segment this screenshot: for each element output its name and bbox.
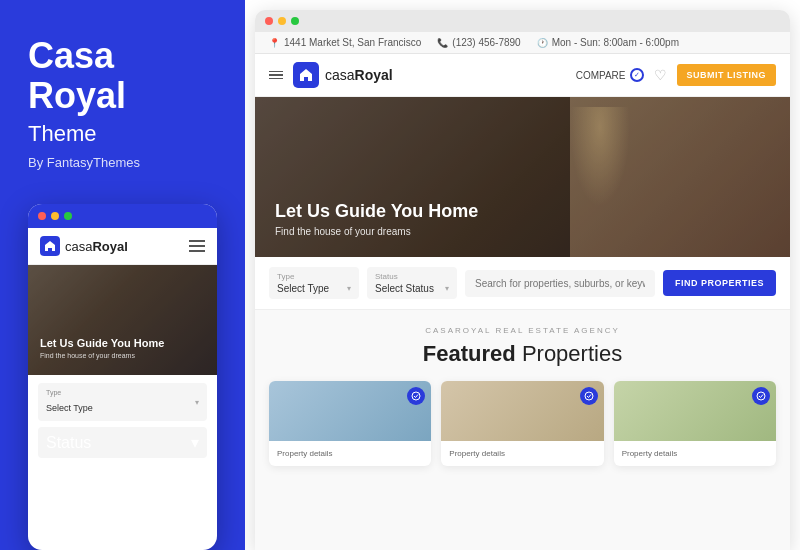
desktop-dot-green <box>291 17 299 25</box>
status-dropdown-arrow-icon: ▾ <box>445 284 449 293</box>
right-panel: 📍 1441 Market St, San Francisco 📞 (123) … <box>245 0 800 550</box>
agency-label: CASAROYAL REAL ESTATE AGENCY <box>425 326 620 335</box>
mobile-hamburger-icon[interactable] <box>189 240 205 252</box>
mobile-hero: Let Us Guide You Home Find the house of … <box>28 265 217 375</box>
desktop-mockup: 📍 1441 Market St, San Francisco 📞 (123) … <box>255 10 790 550</box>
hero-content: Let Us Guide You Home Find the house of … <box>275 201 478 237</box>
brand-title: Casa Royal <box>28 36 217 115</box>
compare-button[interactable]: COMPARE ✓ <box>576 68 644 82</box>
nav-right: COMPARE ✓ ♡ SUBMIT LISTING <box>576 64 776 86</box>
property-badge-3 <box>752 387 770 405</box>
featured-section: CASAROYAL REAL ESTATE AGENCY Featured Pr… <box>255 310 790 550</box>
mobile-nav: casaRoyal <box>28 228 217 265</box>
desktop-logo-icon <box>293 62 319 88</box>
property-badge-1 <box>407 387 425 405</box>
desktop-topbar: 📍 1441 Market St, San Francisco 📞 (123) … <box>255 32 790 54</box>
mobile-status-arrow-icon: ▾ <box>191 433 199 452</box>
property-card-2[interactable]: Property details <box>441 381 603 466</box>
desktop-search-bar: Type Select Type ▾ Status Select Status … <box>255 257 790 310</box>
property-badge-2 <box>580 387 598 405</box>
mobile-type-field[interactable]: Type Select Type ▾ <box>38 383 207 421</box>
compare-check-icon: ✓ <box>630 68 644 82</box>
desktop-dot-red <box>265 17 273 25</box>
mobile-logo-icon <box>40 236 60 256</box>
property-info-2: Property details <box>441 441 603 466</box>
status-dropdown[interactable]: Status Select Status ▾ <box>367 267 457 299</box>
find-properties-button[interactable]: FIND PROPERTIES <box>663 270 776 296</box>
desktop-titlebar <box>255 10 790 32</box>
desktop-nav: casaRoyal COMPARE ✓ ♡ SUBMIT LISTING <box>255 54 790 97</box>
property-card-1[interactable]: Property details <box>269 381 431 466</box>
desktop-logo: casaRoyal <box>293 62 393 88</box>
svg-point-2 <box>757 392 765 400</box>
mobile-search-bar: Type Select Type ▾ Status ▾ <box>28 375 217 466</box>
desktop-hero: Let Us Guide You Home Find the house of … <box>255 97 790 257</box>
mobile-logo-text: casaRoyal <box>65 239 128 254</box>
topbar-address: 📍 1441 Market St, San Francisco <box>269 37 421 48</box>
type-dropdown[interactable]: Type Select Type ▾ <box>269 267 359 299</box>
mobile-type-arrow-icon: ▾ <box>195 398 199 407</box>
mobile-mockup: casaRoyal Let Us Guide You Home Find the… <box>28 204 217 550</box>
mobile-hero-text: Let Us Guide You Home Find the house of … <box>40 336 164 359</box>
mobile-logo: casaRoyal <box>40 236 128 256</box>
featured-title: Featured Properties <box>423 341 622 367</box>
desktop-dot-yellow <box>278 17 286 25</box>
property-card-3[interactable]: Property details <box>614 381 776 466</box>
svg-point-1 <box>585 392 593 400</box>
brand-subtitle: Theme <box>28 121 217 147</box>
svg-point-0 <box>412 392 420 400</box>
submit-listing-button[interactable]: SUBMIT LISTING <box>677 64 777 86</box>
keyword-search-input[interactable] <box>465 270 655 297</box>
topbar-phone: 📞 (123) 456-7890 <box>437 37 520 48</box>
property-info-1: Property details <box>269 441 431 466</box>
left-panel: Casa Royal Theme By FantasyThemes casaRo… <box>0 0 245 550</box>
mobile-status-field[interactable]: Status ▾ <box>38 427 207 458</box>
desktop-hamburger-icon[interactable] <box>269 71 283 80</box>
phone-icon: 📞 <box>437 38 448 48</box>
dot-green <box>64 212 72 220</box>
property-cards-row: Property details Property details <box>269 381 776 466</box>
property-image-3 <box>614 381 776 441</box>
clock-icon: 🕐 <box>537 38 548 48</box>
property-image-1 <box>269 381 431 441</box>
brand-by: By FantasyThemes <box>28 155 217 170</box>
dot-yellow <box>51 212 59 220</box>
mobile-titlebar <box>28 204 217 228</box>
location-icon: 📍 <box>269 38 280 48</box>
type-dropdown-arrow-icon: ▾ <box>347 284 351 293</box>
property-image-2 <box>441 381 603 441</box>
dot-red <box>38 212 46 220</box>
property-info-3: Property details <box>614 441 776 466</box>
topbar-hours: 🕐 Mon - Sun: 8:00am - 6:00pm <box>537 37 679 48</box>
wishlist-button[interactable]: ♡ <box>654 67 667 83</box>
